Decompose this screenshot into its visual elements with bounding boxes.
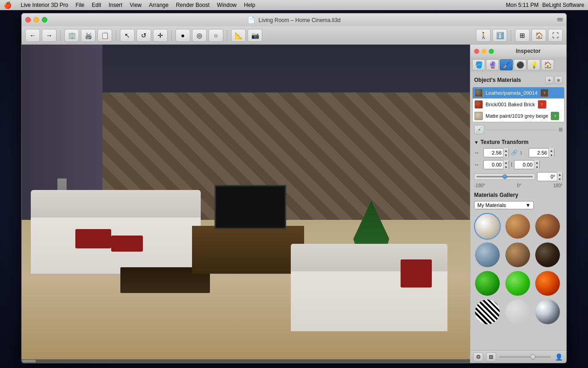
tab-materials[interactable]: 🪣 <box>472 59 485 70</box>
gallery-item-blue-stone[interactable] <box>474 242 501 268</box>
nav-back-button[interactable]: ← <box>25 29 40 42</box>
apple-menu[interactable]: 🍎 <box>4 1 11 9</box>
rotation-thumb[interactable] <box>503 174 507 179</box>
material-item-0[interactable]: Leather/pamela_09014 T <box>473 87 564 99</box>
tab-texture[interactable]: 🖌️ <box>500 59 513 70</box>
rotation-input[interactable] <box>537 172 557 181</box>
menu-help[interactable]: Help <box>244 2 255 8</box>
offset-x-down-button[interactable]: ▼ <box>503 165 509 169</box>
sofa-right <box>291 252 448 331</box>
camera-tool[interactable]: ◎ <box>192 29 207 42</box>
light-tool[interactable]: ○ <box>209 29 223 42</box>
fullscreen-button[interactable]: ⛶ <box>548 29 563 42</box>
menu-window[interactable]: Window <box>217 2 237 8</box>
offset-y-up-button[interactable]: ▲ <box>534 160 539 165</box>
gallery-footer: ⚙ ⊞ 👤 <box>470 350 566 363</box>
info-button[interactable]: ℹ️ <box>492 29 507 42</box>
gallery-item-medium-green[interactable] <box>504 270 531 297</box>
offset-x-input[interactable] <box>484 161 503 169</box>
height-up-button[interactable]: ▲ <box>549 148 554 153</box>
materials-options-btn[interactable]: ≡ <box>554 76 563 84</box>
maximize-button[interactable] <box>42 17 47 23</box>
gallery-settings-button[interactable]: ⚙ <box>473 352 483 362</box>
view-button[interactable]: 📋 <box>97 29 112 42</box>
texture-transform-header[interactable]: ▼ Texture Transform <box>472 137 565 147</box>
floor-plan-button[interactable]: 🏢 <box>64 29 79 42</box>
gallery-item-spots[interactable] <box>504 299 531 325</box>
gallery-item-dark-brick[interactable] <box>534 213 561 240</box>
more-options-button[interactable]: ≡ <box>559 126 563 134</box>
move-tool[interactable]: ✛ <box>153 29 168 42</box>
rotation-down-button[interactable]: ▼ <box>557 177 562 181</box>
orbit-tool[interactable]: ↺ <box>136 29 151 42</box>
tab-room[interactable]: 🏠 <box>541 59 554 70</box>
gallery-layout-button[interactable]: ⊞ <box>486 352 496 362</box>
viewport-scrollbar[interactable] <box>22 359 470 363</box>
rotation-up-button[interactable]: ▲ <box>557 172 562 177</box>
gallery-zoom-slider[interactable] <box>499 356 551 358</box>
height-down-button[interactable]: ▼ <box>549 153 554 157</box>
render-button[interactable]: 🖨️ <box>81 29 96 42</box>
gallery-item-chrome[interactable] <box>534 299 561 325</box>
viewport[interactable] <box>22 45 470 363</box>
material-item-1[interactable]: Brick/001 Baked Brick T <box>473 99 564 110</box>
gallery-item-brown-leather[interactable] <box>504 242 531 268</box>
materials-add-btn[interactable]: + <box>545 76 554 84</box>
inspector-maximize[interactable] <box>489 49 494 54</box>
close-button[interactable] <box>25 17 31 23</box>
width-input[interactable] <box>484 149 503 157</box>
nav-forward-button[interactable]: → <box>42 29 57 42</box>
gallery-item-zebra[interactable] <box>474 299 501 325</box>
gallery-item-white-plaster[interactable] <box>474 213 501 240</box>
menu-insert[interactable]: Insert <box>108 2 122 8</box>
measure-tool[interactable]: 📐 <box>231 29 246 42</box>
screenshot-tool[interactable]: 📷 <box>248 29 262 42</box>
nav-back-icon: ← <box>29 32 36 39</box>
inspector-traffic-lights <box>474 49 494 54</box>
gallery-zoom-thumb[interactable] <box>530 354 536 360</box>
rotation-slider[interactable] <box>474 173 535 180</box>
viewport-scrollbar-thumb[interactable] <box>22 360 36 362</box>
menu-file[interactable]: File <box>75 2 84 8</box>
view-3d-button[interactable]: 🏠 <box>531 29 546 42</box>
inspector-close[interactable] <box>474 49 479 54</box>
gallery-title: Materials Gallery <box>474 192 518 198</box>
select-tool[interactable]: ↖ <box>120 29 135 42</box>
material-type-icon-0: T <box>540 89 548 97</box>
3d-walk-button[interactable]: 🚶 <box>476 29 491 42</box>
tab-object[interactable]: 🔮 <box>486 59 499 70</box>
menu-renderboost[interactable]: Render Boost <box>176 2 209 8</box>
inspector-minimize[interactable] <box>481 49 486 54</box>
offset-x-up-button[interactable]: ▲ <box>503 160 509 165</box>
gallery-item-fire[interactable] <box>534 270 561 297</box>
menu-arrange[interactable]: Arrange <box>149 2 169 8</box>
gallery-item-dark-material[interactable] <box>534 242 561 268</box>
window-resize-handle[interactable] <box>557 18 563 22</box>
offset-y-down-button[interactable]: ▼ <box>534 165 539 169</box>
view-2d-button[interactable]: ⊞ <box>515 29 530 42</box>
gallery-person-button[interactable]: 👤 <box>554 352 564 362</box>
minimize-button[interactable] <box>34 17 39 23</box>
gallery-item-bright-green[interactable] <box>474 270 501 297</box>
material-name-1: Brick/001 Baked Brick <box>486 102 535 107</box>
texture-width-row: ↔ ▲ ▼ 🔗 ↕ ▲ <box>472 147 565 158</box>
rotation-min-label: -180° <box>474 183 485 188</box>
tab-light-material[interactable]: ⚫ <box>514 59 526 70</box>
width-up-button[interactable]: ▲ <box>503 148 509 153</box>
offset-y-input[interactable] <box>514 161 534 169</box>
offset-y-input-group: ▲ ▼ <box>514 160 540 169</box>
height-input[interactable] <box>529 149 548 157</box>
gallery-item-light-wood[interactable] <box>504 213 531 240</box>
menu-view[interactable]: View <box>130 2 141 8</box>
menu-appname[interactable]: Live Interior 3D Pro <box>21 2 68 8</box>
eyedropper-button[interactable]: 💉 <box>474 125 484 134</box>
tab-light[interactable]: 💡 <box>527 59 540 70</box>
material-item-2[interactable]: Matte paint/1019 grey beige T <box>473 110 564 122</box>
object-tool[interactable]: ● <box>175 29 190 42</box>
gallery-dropdown[interactable]: My Materials ▼ <box>474 201 534 209</box>
width-down-button[interactable]: ▼ <box>503 153 509 157</box>
link-icon[interactable]: 🔗 <box>511 150 518 156</box>
rotation-mid-label: 0° <box>517 183 521 188</box>
offset-label-icon: I <box>511 161 512 168</box>
menu-edit[interactable]: Edit <box>92 2 102 8</box>
